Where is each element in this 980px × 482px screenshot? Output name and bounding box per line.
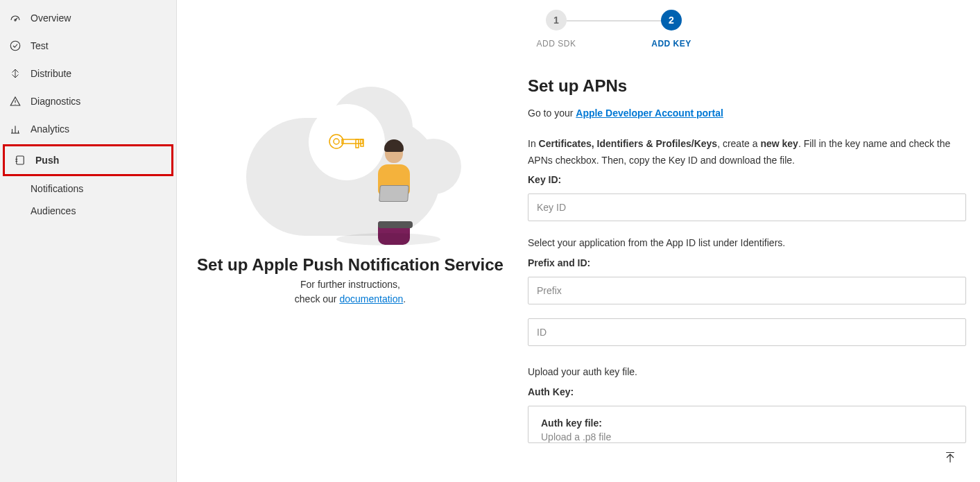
sidebar-item-test[interactable]: Test: [0, 32, 176, 60]
sidebar-item-diagnostics[interactable]: Diagnostics: [0, 87, 176, 115]
push-icon: [13, 153, 27, 167]
step-number: 2: [661, 10, 682, 31]
step-add-key[interactable]: 2 ADD KEY: [647, 10, 696, 49]
authkey-label: Auth Key:: [528, 386, 966, 397]
apple-developer-link[interactable]: Apple Developer Account portal: [576, 107, 723, 119]
check-circle-icon: [8, 39, 22, 53]
keyid-input[interactable]: [528, 193, 966, 221]
svg-rect-2: [17, 156, 24, 164]
sidebar-item-overview[interactable]: Overview: [0, 4, 176, 32]
sidebar: Overview Test Distribute Diagnostics Ana…: [0, 0, 177, 482]
instructions-paragraph: In Certificates, Identifiers & Profiles/…: [528, 136, 966, 169]
prefixid-label: Prefix and ID:: [528, 257, 966, 268]
svg-point-4: [334, 139, 339, 144]
id-input[interactable]: [528, 318, 966, 346]
stepper-connector: [567, 20, 664, 21]
setup-title: Set up Apple Push Notification Service: [197, 255, 504, 275]
step-label: ADD KEY: [651, 39, 691, 49]
sidebar-subitem-label: Notifications: [31, 183, 83, 194]
apns-illustration: [232, 83, 468, 243]
warning-icon: [8, 94, 22, 108]
gauge-icon: [8, 11, 22, 25]
sidebar-item-label: Overview: [31, 12, 71, 24]
sidebar-subitem-audiences[interactable]: Audiences: [0, 200, 176, 222]
stepper: 1 ADD SDK 2 ADD KEY: [532, 10, 966, 49]
setup-illustration-column: Set up Apple Push Notification Service F…: [177, 0, 524, 482]
setup-form-column: 1 ADD SDK 2 ADD KEY Set up APNs Go to yo…: [524, 0, 980, 482]
bar-chart-icon: [8, 122, 22, 136]
keyid-label: Key ID:: [528, 174, 966, 185]
sidebar-item-label: Test: [31, 40, 49, 51]
appid-instruction: Select your application from the App ID …: [528, 235, 966, 252]
svg-rect-5: [342, 139, 363, 144]
svg-point-1: [10, 41, 20, 51]
sidebar-subitem-label: Audiences: [31, 205, 76, 216]
setup-subtitle: For further instructions, check our docu…: [295, 277, 406, 307]
sidebar-item-push[interactable]: Push: [5, 146, 171, 174]
sidebar-item-label: Distribute: [31, 68, 71, 79]
sidebar-item-distribute[interactable]: Distribute: [0, 60, 176, 87]
key-icon: [328, 127, 366, 158]
sidebar-subitem-notifications[interactable]: Notifications: [0, 178, 176, 200]
distribute-icon: [8, 67, 22, 80]
scroll-to-top-button[interactable]: [940, 447, 961, 468]
upload-instruction: Upload your auth key file.: [528, 364, 966, 381]
step-add-sdk[interactable]: 1 ADD SDK: [532, 10, 581, 49]
intro-paragraph: Go to your Apple Developer Account porta…: [528, 105, 966, 122]
form-heading: Set up APNs: [528, 76, 966, 96]
upload-box-title: Auth key file:: [541, 418, 953, 429]
upload-box-subtitle: Upload a .p8 file: [541, 431, 953, 442]
sidebar-item-label: Push: [35, 155, 59, 166]
prefix-input[interactable]: [528, 277, 966, 304]
documentation-link[interactable]: documentation: [339, 293, 403, 304]
sidebar-item-label: Diagnostics: [31, 96, 80, 107]
step-label: ADD SDK: [537, 39, 576, 49]
auth-key-upload-box[interactable]: Auth key file: Upload a .p8 file: [528, 406, 966, 443]
highlighted-sidebar-item: Push: [3, 144, 173, 176]
sidebar-item-analytics[interactable]: Analytics: [0, 115, 176, 143]
svg-rect-7: [361, 139, 363, 146]
step-number: 1: [546, 10, 567, 31]
person-illustration: [378, 142, 410, 245]
sidebar-item-label: Analytics: [31, 123, 69, 135]
main-content: Set up Apple Push Notification Service F…: [177, 0, 980, 482]
